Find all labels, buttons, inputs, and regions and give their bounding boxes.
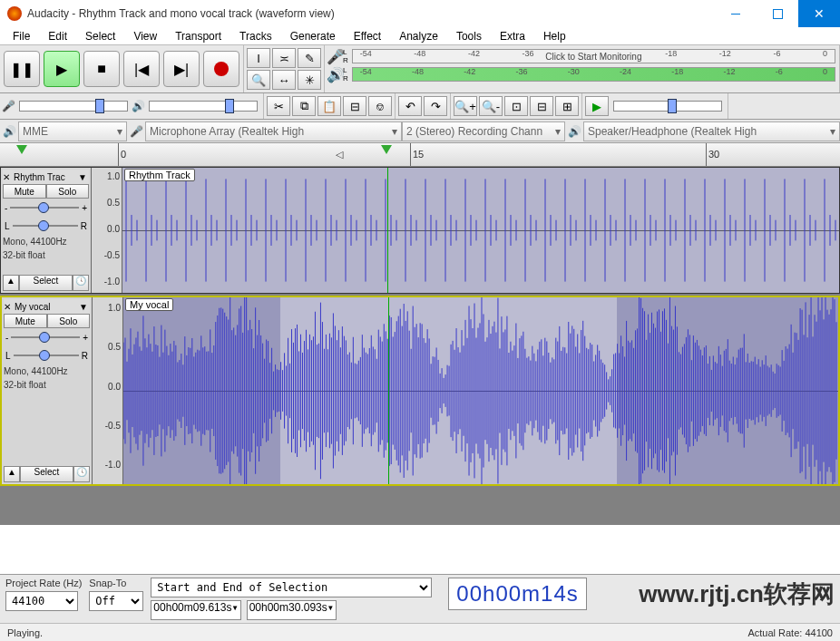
zoom-in-button[interactable]: 🔍+	[454, 96, 477, 116]
timeshift-tool[interactable]: ↔	[272, 70, 296, 90]
track-name[interactable]: Rhythm Trac	[14, 172, 78, 182]
track-bits: 32-bit float	[4, 378, 90, 392]
vertical-scale[interactable]: 1.00.50.0-0.5-1.0	[93, 297, 123, 484]
clip-name[interactable]: Rhythm Track	[124, 169, 195, 181]
menu-generate[interactable]: Generate	[281, 28, 345, 44]
menu-file[interactable]: File	[4, 28, 39, 44]
cut-button[interactable]: ✂	[267, 96, 290, 116]
clip-name[interactable]: My vocal	[125, 298, 173, 311]
waveform[interactable]: My vocal	[123, 297, 838, 484]
play-vol-icon: 🔊	[132, 100, 145, 112]
project-rate-group: Project Rate (Hz) 44100	[5, 578, 82, 611]
menu-select[interactable]: Select	[76, 28, 124, 44]
solo-button[interactable]: Solo	[47, 314, 91, 328]
sync-lock-icon[interactable]: 🕓	[73, 466, 90, 482]
status-right: Actual Rate: 44100	[747, 627, 833, 638]
zoom-out-button[interactable]: 🔍-	[479, 96, 503, 116]
pan-slider[interactable]: LR	[3, 217, 89, 235]
speed-slider[interactable]	[613, 101, 722, 112]
track-bits: 32-bit float	[3, 248, 89, 262]
project-rate-combo[interactable]: 44100	[5, 591, 78, 611]
vertical-scale[interactable]: 1.00.50.0-0.5-1.0	[92, 168, 122, 293]
record-button[interactable]	[203, 51, 239, 87]
play-volume-slider[interactable]	[149, 101, 258, 112]
quickplay-cursor: ◁	[336, 149, 343, 160]
track-menu-icon[interactable]: ▼	[78, 172, 89, 182]
play-ch-r: R	[343, 74, 348, 83]
pause-button[interactable]: ❚❚	[4, 51, 40, 87]
collapse-button[interactable]: ▲	[4, 466, 20, 482]
envelope-tool[interactable]: ≍	[272, 48, 296, 68]
menu-extra[interactable]: Extra	[491, 28, 534, 44]
draw-tool[interactable]: ✎	[298, 48, 321, 68]
track-menu-icon[interactable]: ▼	[79, 302, 90, 312]
close-button[interactable]	[798, 0, 840, 27]
track-close-icon[interactable]: ✕	[3, 172, 14, 182]
rec-volume-slider[interactable]	[19, 101, 128, 112]
track-name[interactable]: My vocal	[15, 302, 79, 312]
channels-combo[interactable]: 2 (Stereo) Recording Chann▾	[402, 121, 565, 141]
multi-tool[interactable]: ✳	[298, 70, 321, 90]
window-title: Audacity - Rhythm Track and mono vocal t…	[27, 7, 715, 20]
menu-edit[interactable]: Edit	[39, 28, 76, 44]
zoom-toggle-button[interactable]: ⊞	[555, 96, 579, 116]
selection-group: Start and End of Selection 00h00m09.613s…	[151, 578, 441, 620]
zoom-fit-button[interactable]: ⊟	[530, 96, 553, 116]
rec-meter-hint: Click to Start Monitoring	[545, 52, 641, 62]
trim-button[interactable]: ⊟	[343, 96, 366, 116]
undo-button[interactable]: ↶	[398, 96, 422, 116]
selection-end[interactable]: 00h00m30.093s▾	[247, 600, 337, 620]
mute-button[interactable]: Mute	[3, 184, 46, 199]
recording-meter[interactable]: -54 -48 -42 -36 . . -18 -12 -6 0 Click t…	[352, 49, 835, 63]
track-select-button[interactable]: Select	[20, 466, 73, 482]
solo-button[interactable]: Solo	[46, 184, 90, 199]
sync-lock-icon[interactable]: 🕓	[73, 275, 89, 291]
gain-slider[interactable]: -+	[3, 199, 89, 217]
stop-button[interactable]: ■	[83, 51, 120, 87]
paste-button[interactable]: 📋	[317, 96, 341, 116]
tick-15: 15	[410, 143, 424, 166]
track-close-icon[interactable]: ✕	[4, 302, 15, 312]
zoom-fit-sel-button[interactable]: ⊡	[504, 96, 528, 116]
play-button[interactable]: ▶	[44, 51, 80, 87]
menu-tracks[interactable]: Tracks	[230, 28, 281, 44]
audio-position[interactable]: 00h00m14s	[448, 578, 586, 610]
host-combo[interactable]: MME▾	[18, 121, 127, 141]
output-dev-icon: 🔊	[565, 125, 583, 138]
maximize-button[interactable]	[757, 0, 798, 27]
timeline-ruler[interactable]: ◁ 0 15 30	[0, 143, 840, 167]
playback-meter[interactable]: -54 -48 -42 -36 -30 -24 -18 -12 -6 0	[352, 67, 835, 82]
snap-combo[interactable]: Off	[89, 591, 143, 611]
skip-start-button[interactable]: |◀	[123, 51, 160, 87]
menu-help[interactable]: Help	[534, 28, 575, 44]
menu-effect[interactable]: Effect	[345, 28, 390, 44]
playatspeed-button[interactable]: ▶	[585, 96, 609, 116]
output-combo[interactable]: Speaker/Headphone (Realtek High▾	[583, 121, 840, 141]
selection-tool[interactable]: I	[247, 48, 270, 68]
selection-triangle[interactable]	[381, 145, 392, 154]
undo-toolbar: ↶ ↷	[396, 93, 451, 119]
tick-0: 0	[118, 143, 126, 166]
menu-analyze[interactable]: Analyze	[390, 28, 447, 44]
track-format: Mono, 44100Hz	[3, 235, 89, 248]
input-combo[interactable]: Microphone Array (Realtek High▾	[145, 121, 402, 141]
menu-tools[interactable]: Tools	[447, 28, 491, 44]
collapse-button[interactable]: ▲	[3, 275, 19, 291]
track-control-panel: ✕ Rhythm Trac ▼ Mute Solo -+ LR Mono, 44…	[1, 168, 92, 293]
skip-end-button[interactable]: ▶|	[163, 51, 200, 87]
minimize-button[interactable]	[715, 0, 757, 27]
menu-view[interactable]: View	[124, 28, 166, 44]
waveform[interactable]: Rhythm Track	[122, 168, 839, 293]
play-start-triangle[interactable]	[16, 145, 27, 154]
redo-button[interactable]: ↷	[424, 96, 447, 116]
copy-button[interactable]: ⧉	[292, 96, 316, 116]
selection-start[interactable]: 00h00m09.613s▾	[151, 600, 240, 620]
gain-slider[interactable]: -+	[4, 328, 90, 346]
zoom-tool[interactable]: 🔍	[247, 70, 270, 90]
selection-mode-combo[interactable]: Start and End of Selection	[151, 578, 432, 597]
track-select-button[interactable]: Select	[19, 275, 73, 291]
silence-button[interactable]: ⎊	[368, 96, 392, 116]
pan-slider[interactable]: LR	[4, 346, 90, 364]
menu-transport[interactable]: Transport	[166, 28, 230, 44]
mute-button[interactable]: Mute	[4, 314, 47, 328]
